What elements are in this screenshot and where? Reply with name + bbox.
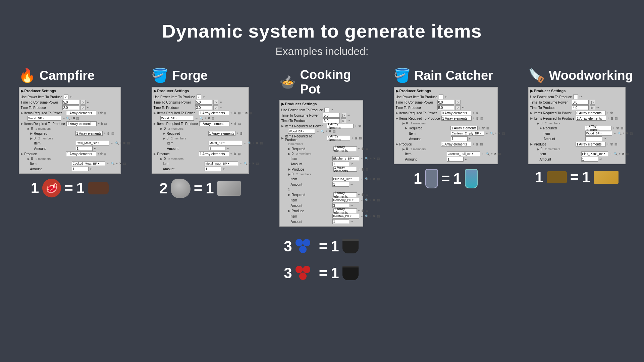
rain-label: 🪣 Rain Catcher: [394, 68, 493, 83]
wood-title: Woodworking: [549, 68, 633, 83]
rain-title: Rain Catcher: [415, 68, 493, 83]
campfire-wood-add2[interactable]: +: [70, 117, 72, 120]
forge-title: Forge: [172, 68, 208, 83]
forge-wood-select[interactable]: Wood_BP▾: [160, 116, 194, 121]
campfire-result-equals: =: [64, 180, 73, 196]
cookpot-title: Cooking Pot: [300, 68, 363, 97]
campfire-row-produce: ▶ Produce 1 Array elements + 🗑 ▤: [21, 152, 119, 156]
wood-result: 1 = 1: [535, 169, 619, 186]
campfire-prod-item-row: Item Cooked_Meat_BP▾ ← 🔍 + ✖ ▤: [30, 161, 119, 166]
campfire-rp-add[interactable]: +: [98, 122, 100, 125]
campfire-wood-select[interactable]: Wood_BP▾: [28, 116, 61, 121]
campfire-produce-time-icon[interactable]: ↩: [87, 106, 90, 109]
campfire-item-select[interactable]: Raw_Meat_BP▾: [76, 141, 109, 145]
campfire-req-prod-icons: + 🗑 ▤: [98, 122, 107, 125]
campfire-produce-time-btn[interactable]: ▷: [80, 105, 86, 110]
cookpot-results: 3 = 1 3 = 1: [284, 233, 359, 282]
campfire-produce-arrow: ▶: [21, 152, 23, 156]
forge-produce-row: ▶ Produce 1 Array elements + 🗑 ▤: [154, 152, 247, 156]
campfire-panel-title: ▶ Producer Settings: [21, 89, 119, 93]
forge-item-select[interactable]: Metal_BP▾: [209, 141, 242, 145]
campfire-row-power: Use Power Item To Produce ↩: [21, 95, 119, 99]
campfire-produce-time-label: Time To Produce: [21, 106, 61, 110]
forge-result-num-out: 1: [206, 180, 214, 197]
page-header: Dynamic system to generate items Example…: [0, 0, 644, 61]
campfire-prod-amount-input[interactable]: 1: [72, 167, 89, 171]
wood-panel-title: ▶ Producer Settings: [530, 89, 624, 93]
cookpot-label: 🍲 Cooking Pot: [279, 68, 363, 97]
forge-result-icon-out: [217, 181, 241, 196]
cookpot-panel-title: ▶ Producer Settings: [281, 102, 361, 106]
campfire-wood-arrow[interactable]: ←: [62, 117, 65, 120]
campfire-power-label: Use Power Item To Produce: [21, 95, 62, 99]
campfire-produce-time-input[interactable]: 2.0: [62, 105, 79, 110]
campfire-power-check[interactable]: [64, 95, 68, 99]
campfire-prod-item-select[interactable]: Cooked_Meat_BP▾: [72, 161, 105, 166]
examples-row: 🔥 Campfire ▶ Producer Settings Use Power…: [0, 68, 644, 282]
campfire-wood-icons: ← 🔍 + ✖ ▤: [62, 117, 79, 120]
forge-power-check[interactable]: [197, 95, 201, 99]
campfire-reqp-del[interactable]: 🗑: [100, 111, 103, 115]
rain-panel-title: ▶ Producer Settings: [396, 89, 496, 93]
rain-result-icon-in: [425, 169, 438, 188]
forge-label: 🪣 Forge: [152, 68, 208, 83]
wood-panel: ▶ Producer Settings Use Power Item To Pr…: [528, 87, 626, 164]
campfire-consume-btn[interactable]: ▷: [80, 100, 86, 105]
forge-power-label: Use Power Item To Produce: [154, 95, 195, 99]
campfire-rp-req: ▶ Required 1 Array elements + 🗑 ▤: [30, 131, 119, 136]
campfire-row-consume: Time To Consume Power 5.0 ▷ ↩: [21, 100, 119, 105]
campfire-wood-row: Wood_BP▾ ← 🔍 + ✖ ▤: [28, 116, 119, 121]
forge-row-power: Use Power Item To Produce ↩: [154, 95, 247, 99]
forge-panel-title: ▶ Producer Settings: [154, 89, 247, 93]
campfire-rp-req0: ▶ 0 2 members: [30, 136, 119, 140]
forge-prod-amount[interactable]: 1: [205, 167, 221, 171]
forge-icon: 🪣: [152, 68, 168, 83]
campfire-power-icon[interactable]: ↩: [70, 95, 72, 99]
campfire-rp-del[interactable]: 🗑: [100, 122, 103, 125]
campfire-consume-icon[interactable]: ↩: [87, 101, 90, 104]
cookpot-result-blue: 3 = 1: [284, 238, 359, 255]
campfire-prod-amount-row: Amount 1 ↩: [30, 167, 119, 171]
wood-icon: 🪚: [528, 68, 545, 83]
campfire-reqp-add[interactable]: +: [98, 111, 99, 115]
forge-rp-section: ▶ 0 2 members ▶ Required 1 Array element…: [156, 127, 247, 151]
campfire-req-power-label: Items Required To Power: [24, 111, 65, 115]
forge-prod-select[interactable]: Metal_Ingot_BP▾: [205, 161, 238, 166]
campfire-rp-arr[interactable]: ▤: [104, 122, 107, 125]
blue-berries-icon: [296, 239, 316, 254]
campfire-req-power-icons: + 🗑 ▤: [98, 111, 107, 115]
rain-result-icon-out: [465, 169, 478, 188]
forge-result: 2 = 1: [159, 179, 241, 198]
forge-result-icon-in: [171, 179, 191, 198]
campfire-consume-label: Time To Consume Power: [21, 101, 61, 104]
campfire-req-prod-arrow: ▶: [21, 122, 23, 125]
campfire-consume-input[interactable]: 5.0: [62, 100, 79, 105]
forge-result-equals: =: [194, 180, 203, 197]
campfire-label: 🔥 Campfire: [19, 68, 95, 83]
campfire-panel: ▶ Producer Settings Use Power Item To Pr…: [19, 87, 121, 174]
campfire-rp-0: ▶ 0 2 members: [28, 127, 119, 130]
rain-icon: 🪣: [394, 68, 411, 83]
campfire-wood-x[interactable]: ✖: [73, 117, 75, 120]
campfire-row-req-power: ▶ Items Required To Power 1 Array elemen…: [21, 111, 119, 115]
forge-row-produce-time: Time To Produce 3.0 ▷ ↩: [154, 105, 247, 110]
campfire-rp-section: ▶ 0 2 members ▶ Required 1 Array element…: [23, 127, 119, 151]
campfire-amount-input[interactable]: 1: [76, 146, 93, 151]
campfire-wood-search[interactable]: 🔍: [66, 117, 70, 120]
rain-result: 1 = 1: [414, 169, 478, 188]
red-pot-icon: [342, 266, 359, 280]
forge-panel: ▶ Producer Settings Use Power Item To Pr…: [152, 87, 249, 174]
forge-amount-input[interactable]: 2: [209, 146, 225, 151]
campfire-result-icon-out: [88, 182, 109, 194]
campfire-reqp-arr[interactable]: ▤: [104, 111, 107, 115]
campfire-result-num-out: 1: [76, 180, 85, 196]
campfire-row-produce-time: Time To Produce 2.0 ▷ ↩: [21, 105, 119, 110]
campfire-wood-arr2[interactable]: ▤: [76, 117, 79, 120]
campfire-result-num-in: 1: [31, 180, 39, 196]
campfire-icon: 🔥: [19, 68, 36, 83]
campfire-produce-icons: + 🗑 ▤: [98, 152, 107, 156]
wood-result-icon-out: [594, 171, 619, 184]
cookpot-result-red: 3 = 1: [284, 265, 359, 282]
forge-row-consume: Time To Consume Power 5.0 ▷ ↩: [154, 100, 247, 105]
campfire-req-power-val: 1 Array elements: [66, 111, 96, 115]
